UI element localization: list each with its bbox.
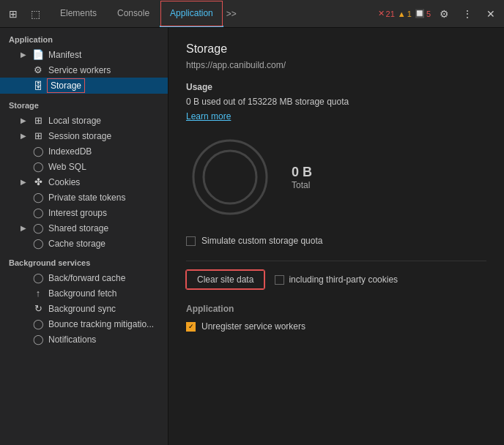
- back-forward-cache-icon: ◯: [32, 272, 44, 283]
- web-sql-icon: ◯: [32, 161, 44, 172]
- sidebar-item-label: Notifications: [48, 334, 96, 345]
- indexeddb-icon: ◯: [32, 146, 44, 157]
- tab-elements[interactable]: Elements: [50, 0, 107, 27]
- usage-section-title: Usage: [186, 82, 486, 92]
- interest-groups-icon: ◯: [32, 207, 44, 218]
- sidebar-item-shared-storage[interactable]: ▶ ◯ Shared storage: [0, 220, 168, 236]
- session-storage-icon: ⊞: [32, 130, 44, 141]
- warn-badge[interactable]: ▲ 1: [398, 10, 412, 18]
- page-title: Storage: [186, 42, 486, 56]
- devtools-icon[interactable]: ⊞: [3, 4, 23, 24]
- sidebar-item-notifications[interactable]: ◯ Notifications: [0, 332, 168, 347]
- sidebar-item-indexeddb[interactable]: ◯ IndexedDB: [0, 143, 168, 159]
- notifications-icon: ◯: [32, 334, 44, 345]
- warn-count: 1: [407, 10, 412, 18]
- inspect-icon[interactable]: ⬚: [25, 4, 45, 24]
- sidebar-item-bounce-tracking[interactable]: ◯ Bounce tracking mitigatio...: [0, 316, 168, 332]
- sidebar-item-private-state-tokens[interactable]: ◯ Private state tokens: [0, 190, 168, 205]
- sidebar-item-web-sql[interactable]: ◯ Web SQL: [0, 159, 168, 174]
- toolbar-right: ✕ 21 ▲ 1 🔲 5 ⚙ ⋮ ✕: [378, 4, 501, 24]
- arrow-icon: ▶: [21, 116, 28, 124]
- sidebar-item-manifest[interactable]: ▶ 📄 Manifest: [0, 47, 168, 62]
- sidebar-item-label: Background sync: [48, 304, 116, 314]
- sidebar-item-label: Shared storage: [48, 223, 108, 233]
- tab-console[interactable]: Console: [107, 0, 160, 27]
- background-fetch-icon: ↑: [32, 288, 44, 299]
- info-badge[interactable]: 🔲 5: [415, 9, 431, 18]
- storage-icon: 🗄: [32, 81, 44, 91]
- sidebar-section-application: Application: [0, 28, 168, 47]
- cache-storage-icon: ◯: [32, 238, 44, 249]
- including-cookies-checkbox[interactable]: [275, 275, 284, 285]
- sidebar-item-interest-groups[interactable]: ◯ Interest groups: [0, 205, 168, 220]
- main: Application ▶ 📄 Manifest ⚙ Service worke…: [0, 28, 504, 445]
- sidebar-item-back-forward-cache[interactable]: ◯ Back/forward cache: [0, 270, 168, 285]
- sidebar-item-background-sync[interactable]: ↻ Background sync: [0, 301, 168, 316]
- unregister-row: ✓ Unregister service workers: [186, 321, 486, 332]
- shared-storage-icon: ◯: [32, 222, 44, 233]
- clear-row: Clear site data including third-party co…: [186, 270, 486, 289]
- sidebar-item-label: Cache storage: [48, 239, 105, 249]
- unregister-checkbox[interactable]: ✓: [186, 322, 196, 332]
- sidebar-section-storage: Storage: [0, 94, 168, 113]
- simulate-quota-row: Simulate custom storage quota: [186, 236, 486, 246]
- warn-icon: ▲: [398, 10, 406, 18]
- simulate-quota-checkbox[interactable]: [186, 236, 196, 246]
- sidebar-item-storage[interactable]: 🗄 Storage: [0, 78, 168, 94]
- total-area: 0 B Total: [292, 165, 312, 190]
- close-button[interactable]: ✕: [481, 4, 501, 24]
- private-state-tokens-icon: ◯: [32, 192, 44, 203]
- sidebar-item-label: IndexedDB: [48, 146, 92, 157]
- content-panel: Storage https://app.canibuild.com/ Usage…: [168, 28, 504, 445]
- app-section-title: Application: [186, 304, 486, 314]
- error-badge[interactable]: ✕ 21: [378, 9, 395, 18]
- sidebar-item-label: Web SQL: [48, 162, 86, 172]
- info-count: 5: [426, 10, 431, 18]
- donut-chart: [186, 133, 274, 221]
- manifest-icon: 📄: [32, 49, 44, 60]
- sidebar-item-session-storage[interactable]: ▶ ⊞ Session storage: [0, 128, 168, 143]
- sidebar-item-label: Bounce tracking mitigatio...: [48, 319, 154, 329]
- arrow-icon: ▶: [21, 224, 28, 232]
- sidebar-item-service-workers[interactable]: ⚙ Service workers: [0, 62, 168, 78]
- sidebar-item-label: Storage: [48, 80, 84, 91]
- sidebar-item-background-fetch[interactable]: ↑ Background fetch: [0, 285, 168, 301]
- settings-button[interactable]: ⚙: [434, 4, 454, 24]
- tab-application[interactable]: Application: [160, 0, 223, 27]
- including-cookies-row: including third-party cookies: [275, 274, 398, 285]
- error-icon: ✕: [378, 9, 385, 18]
- cookies-icon: ✤: [32, 176, 44, 187]
- total-value: 0 B: [292, 165, 312, 180]
- bounce-tracking-icon: ◯: [32, 318, 44, 329]
- chart-area: 0 B Total: [186, 133, 486, 221]
- background-sync-icon: ↻: [32, 303, 44, 314]
- sidebar-item-cookies[interactable]: ▶ ✤ Cookies: [0, 174, 168, 190]
- sidebar-item-local-storage[interactable]: ▶ ⊞ Local storage: [0, 113, 168, 128]
- svg-point-1: [204, 151, 256, 203]
- sidebar-item-label: Background fetch: [48, 288, 116, 299]
- including-cookies-label: including third-party cookies: [289, 274, 398, 285]
- sidebar-item-label: Local storage: [48, 116, 101, 126]
- sidebar-section-background: Background services: [0, 251, 168, 270]
- arrow-icon: ▶: [21, 178, 28, 186]
- sidebar-item-label: Service workers: [48, 65, 111, 75]
- menu-button[interactable]: ⋮: [457, 4, 478, 24]
- learn-more-link[interactable]: Learn more: [186, 111, 231, 121]
- divider: [186, 261, 486, 261]
- sidebar-item-label: Cookies: [48, 177, 80, 187]
- usage-text: 0 B used out of 153228 MB storage quota: [186, 97, 486, 107]
- total-label: Total: [292, 180, 310, 190]
- more-tabs-button[interactable]: >>: [223, 9, 240, 19]
- sidebar-item-label: Session storage: [48, 131, 111, 141]
- arrow-icon: ▶: [21, 51, 28, 59]
- error-count: 21: [386, 10, 395, 18]
- toolbar-tabs: Elements Console Application >>: [50, 0, 240, 27]
- sidebar-item-label: Private state tokens: [48, 192, 125, 203]
- clear-site-data-button[interactable]: Clear site data: [186, 270, 264, 289]
- sidebar-item-label: Back/forward cache: [48, 273, 125, 283]
- sidebar-item-cache-storage[interactable]: ◯ Cache storage: [0, 236, 168, 251]
- arrow-icon: ▶: [21, 132, 28, 140]
- service-workers-icon: ⚙: [32, 64, 44, 75]
- sidebar-item-label: Interest groups: [48, 208, 107, 218]
- local-storage-icon: ⊞: [32, 115, 44, 126]
